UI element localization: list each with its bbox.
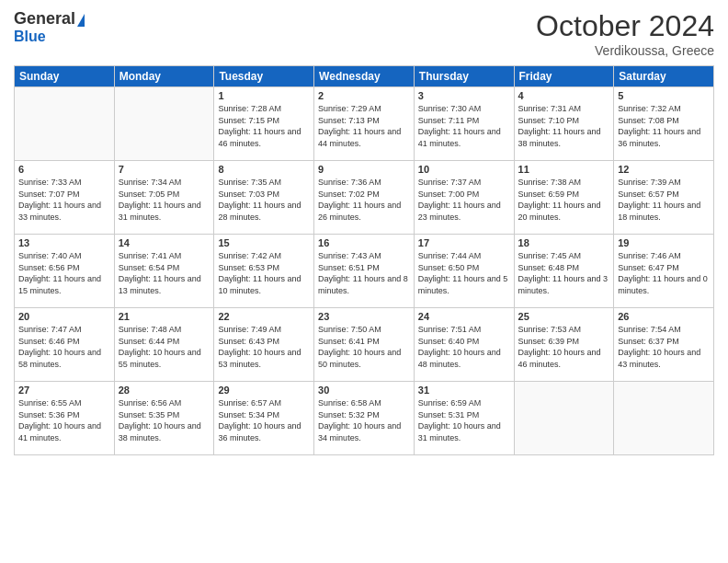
day-number: 30: [318, 385, 410, 396]
day-info: Sunrise: 7:32 AM Sunset: 7:08 PM Dayligh…: [618, 103, 710, 149]
calendar-cell: 28Sunrise: 6:56 AM Sunset: 5:35 PM Dayli…: [114, 382, 214, 455]
calendar-cell: 11Sunrise: 7:38 AM Sunset: 6:59 PM Dayli…: [514, 161, 614, 235]
calendar-cell: 5Sunrise: 7:32 AM Sunset: 7:08 PM Daylig…: [614, 87, 714, 161]
day-info: Sunrise: 7:47 AM Sunset: 6:46 PM Dayligh…: [18, 324, 110, 370]
day-info: Sunrise: 6:58 AM Sunset: 5:32 PM Dayligh…: [318, 397, 410, 443]
calendar-cell: 23Sunrise: 7:50 AM Sunset: 6:41 PM Dayli…: [314, 308, 415, 382]
day-info: Sunrise: 6:55 AM Sunset: 5:36 PM Dayligh…: [18, 397, 110, 443]
day-number: 1: [218, 90, 310, 101]
header: General Blue October 2024 Verdikoussa, G…: [14, 9, 714, 58]
calendar-cell: 24Sunrise: 7:51 AM Sunset: 6:40 PM Dayli…: [414, 308, 514, 382]
day-info: Sunrise: 6:56 AM Sunset: 5:35 PM Dayligh…: [119, 397, 210, 443]
logo-general-text: General: [14, 9, 75, 29]
day-number: 14: [119, 237, 210, 248]
day-info: Sunrise: 7:46 AM Sunset: 6:47 PM Dayligh…: [618, 250, 710, 296]
day-info: Sunrise: 7:31 AM Sunset: 7:10 PM Dayligh…: [518, 103, 610, 149]
calendar-cell: 1Sunrise: 7:28 AM Sunset: 7:15 PM Daylig…: [214, 87, 314, 161]
calendar-cell: 20Sunrise: 7:47 AM Sunset: 6:46 PM Dayli…: [15, 308, 115, 382]
day-info: Sunrise: 7:43 AM Sunset: 6:51 PM Dayligh…: [318, 250, 410, 296]
day-number: 6: [18, 164, 110, 175]
day-info: Sunrise: 7:36 AM Sunset: 7:02 PM Dayligh…: [318, 177, 410, 223]
day-info: Sunrise: 7:37 AM Sunset: 7:00 PM Dayligh…: [418, 177, 510, 223]
day-info: Sunrise: 7:29 AM Sunset: 7:13 PM Dayligh…: [318, 103, 410, 149]
day-info: Sunrise: 7:35 AM Sunset: 7:03 PM Dayligh…: [218, 177, 310, 223]
calendar-cell: 7Sunrise: 7:34 AM Sunset: 7:05 PM Daylig…: [114, 161, 214, 235]
day-number: 22: [218, 311, 310, 322]
weekday-header: Thursday: [414, 66, 514, 87]
day-info: Sunrise: 7:40 AM Sunset: 6:56 PM Dayligh…: [18, 250, 110, 296]
calendar-cell: 16Sunrise: 7:43 AM Sunset: 6:51 PM Dayli…: [314, 235, 415, 308]
calendar-cell: 31Sunrise: 6:59 AM Sunset: 5:31 PM Dayli…: [414, 382, 514, 455]
day-number: 27: [18, 385, 110, 396]
calendar-cell: 21Sunrise: 7:48 AM Sunset: 6:44 PM Dayli…: [114, 308, 214, 382]
calendar-cell: [514, 382, 614, 455]
day-number: 19: [618, 237, 710, 248]
calendar-cell: 29Sunrise: 6:57 AM Sunset: 5:34 PM Dayli…: [214, 382, 314, 455]
title-block: October 2024 Verdikoussa, Greece: [536, 9, 714, 58]
day-info: Sunrise: 7:33 AM Sunset: 7:07 PM Dayligh…: [18, 177, 110, 223]
day-number: 29: [218, 385, 310, 396]
day-number: 10: [418, 164, 510, 175]
weekday-header: Sunday: [15, 66, 115, 87]
calendar-cell: 4Sunrise: 7:31 AM Sunset: 7:10 PM Daylig…: [514, 87, 614, 161]
weekday-header: Monday: [114, 66, 214, 87]
location-subtitle: Verdikoussa, Greece: [536, 43, 714, 58]
calendar-cell: 6Sunrise: 7:33 AM Sunset: 7:07 PM Daylig…: [15, 161, 115, 235]
calendar-cell: 15Sunrise: 7:42 AM Sunset: 6:53 PM Dayli…: [214, 235, 314, 308]
calendar-cell: 13Sunrise: 7:40 AM Sunset: 6:56 PM Dayli…: [15, 235, 115, 308]
weekday-header: Wednesday: [314, 66, 415, 87]
calendar-cell: 27Sunrise: 6:55 AM Sunset: 5:36 PM Dayli…: [15, 382, 115, 455]
day-info: Sunrise: 7:34 AM Sunset: 7:05 PM Dayligh…: [119, 177, 210, 223]
day-info: Sunrise: 6:57 AM Sunset: 5:34 PM Dayligh…: [218, 397, 310, 443]
day-number: 24: [418, 311, 510, 322]
calendar-cell: 14Sunrise: 7:41 AM Sunset: 6:54 PM Dayli…: [114, 235, 214, 308]
day-info: Sunrise: 7:45 AM Sunset: 6:48 PM Dayligh…: [518, 250, 610, 296]
day-number: 7: [119, 164, 210, 175]
calendar-cell: 2Sunrise: 7:29 AM Sunset: 7:13 PM Daylig…: [314, 87, 415, 161]
day-info: Sunrise: 7:41 AM Sunset: 6:54 PM Dayligh…: [119, 250, 210, 296]
day-number: 28: [119, 385, 210, 396]
page-container: General Blue October 2024 Verdikoussa, G…: [0, 0, 728, 563]
calendar-cell: [15, 87, 115, 161]
calendar-cell: 30Sunrise: 6:58 AM Sunset: 5:32 PM Dayli…: [314, 382, 415, 455]
calendar-cell: 10Sunrise: 7:37 AM Sunset: 7:00 PM Dayli…: [414, 161, 514, 235]
calendar-cell: [114, 87, 214, 161]
day-number: 21: [119, 311, 210, 322]
day-number: 8: [218, 164, 310, 175]
day-info: Sunrise: 7:53 AM Sunset: 6:39 PM Dayligh…: [518, 324, 610, 370]
day-number: 26: [618, 311, 710, 322]
day-info: Sunrise: 7:51 AM Sunset: 6:40 PM Dayligh…: [418, 324, 510, 370]
day-number: 4: [518, 90, 610, 101]
day-info: Sunrise: 7:50 AM Sunset: 6:41 PM Dayligh…: [318, 324, 410, 370]
day-info: Sunrise: 7:30 AM Sunset: 7:11 PM Dayligh…: [418, 103, 510, 149]
calendar-cell: 3Sunrise: 7:30 AM Sunset: 7:11 PM Daylig…: [414, 87, 514, 161]
calendar-cell: 25Sunrise: 7:53 AM Sunset: 6:39 PM Dayli…: [514, 308, 614, 382]
day-number: 3: [418, 90, 510, 101]
logo-triangle-icon: [77, 14, 85, 27]
calendar-cell: 9Sunrise: 7:36 AM Sunset: 7:02 PM Daylig…: [314, 161, 415, 235]
day-info: Sunrise: 7:44 AM Sunset: 6:50 PM Dayligh…: [418, 250, 510, 296]
calendar-cell: 8Sunrise: 7:35 AM Sunset: 7:03 PM Daylig…: [214, 161, 314, 235]
day-number: 9: [318, 164, 410, 175]
calendar-table: SundayMondayTuesdayWednesdayThursdayFrid…: [14, 65, 714, 455]
calendar-cell: [614, 382, 714, 455]
weekday-header: Saturday: [614, 66, 714, 87]
day-info: Sunrise: 6:59 AM Sunset: 5:31 PM Dayligh…: [418, 397, 510, 443]
day-number: 12: [618, 164, 710, 175]
day-info: Sunrise: 7:49 AM Sunset: 6:43 PM Dayligh…: [218, 324, 310, 370]
weekday-header: Tuesday: [214, 66, 314, 87]
day-number: 11: [518, 164, 610, 175]
day-number: 5: [618, 90, 710, 101]
day-number: 16: [318, 237, 410, 248]
day-number: 2: [318, 90, 410, 101]
calendar-cell: 18Sunrise: 7:45 AM Sunset: 6:48 PM Dayli…: [514, 235, 614, 308]
day-info: Sunrise: 7:28 AM Sunset: 7:15 PM Dayligh…: [218, 103, 310, 149]
calendar-cell: 12Sunrise: 7:39 AM Sunset: 6:57 PM Dayli…: [614, 161, 714, 235]
day-info: Sunrise: 7:48 AM Sunset: 6:44 PM Dayligh…: [119, 324, 210, 370]
calendar-cell: 17Sunrise: 7:44 AM Sunset: 6:50 PM Dayli…: [414, 235, 514, 308]
calendar-cell: 19Sunrise: 7:46 AM Sunset: 6:47 PM Dayli…: [614, 235, 714, 308]
day-number: 23: [318, 311, 410, 322]
day-info: Sunrise: 7:42 AM Sunset: 6:53 PM Dayligh…: [218, 250, 310, 296]
calendar-cell: 26Sunrise: 7:54 AM Sunset: 6:37 PM Dayli…: [614, 308, 714, 382]
day-number: 17: [418, 237, 510, 248]
